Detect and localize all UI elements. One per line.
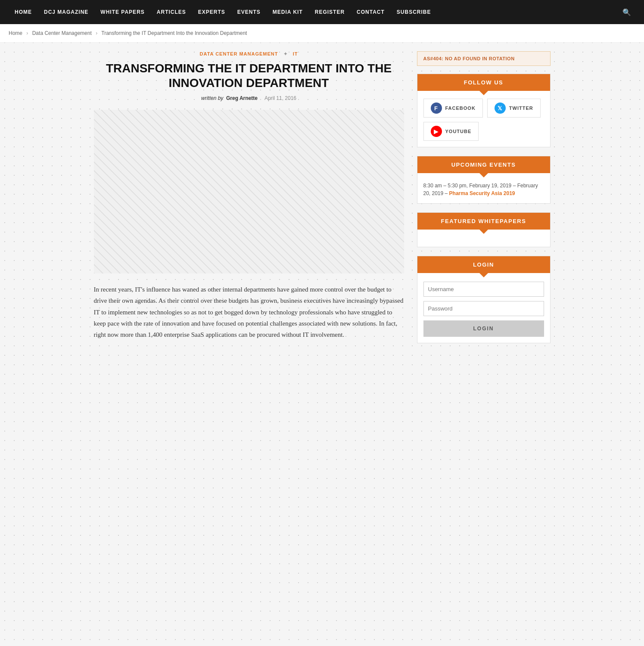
featured-whitepapers-widget: FEATURED WHITEPAPERS [417, 212, 551, 247]
article-image [94, 110, 404, 273]
main-nav: HOME DCJ MAGAZINE WHITE PAPERS ARTICLES … [0, 0, 644, 24]
nav-events[interactable]: EVENTS [231, 0, 267, 24]
breadcrumb: Home › Data Center Management › Transfor… [0, 24, 644, 43]
login-button[interactable]: LOGIN [423, 320, 544, 337]
twitter-button[interactable]: 𝕏 TWITTER [487, 99, 541, 118]
password-input[interactable] [423, 301, 544, 316]
follow-us-widget: FOLLOW US f FACEBOOK 𝕏 TWITTER ▶ YOUTUBE [417, 74, 551, 147]
username-input[interactable] [423, 282, 544, 297]
upcoming-events-widget: UPCOMING EVENTS 8:30 am – 5:30 pm, Febru… [417, 156, 551, 204]
breadcrumb-sep2: › [96, 30, 97, 36]
nav-media-kit[interactable]: MEDIA KIT [267, 0, 309, 24]
nav-white-papers[interactable]: WHITE PAPERS [94, 0, 150, 24]
youtube-icon: ▶ [431, 126, 442, 137]
article-title: TRANSFORMING THE IT DEPARTMENT INTO THE … [94, 61, 404, 90]
search-icon[interactable]: 🔍 [618, 8, 635, 16]
nav-contact[interactable]: CONTACT [351, 0, 391, 24]
twitter-icon: 𝕏 [495, 102, 506, 114]
article-body: In recent years, IT's influence has wane… [94, 284, 404, 340]
breadcrumb-current: Transforming the IT Department Into the … [101, 30, 247, 36]
upcoming-events-header: UPCOMING EVENTS [417, 156, 550, 173]
event-time: 8:30 am – 5:30 pm, February 19, 2019 – F… [423, 182, 544, 197]
breadcrumb-home[interactable]: Home [9, 30, 22, 36]
ad-notice: AS#404: NO AD FOUND IN ROTATION [417, 51, 551, 66]
facebook-label: FACEBOOK [445, 106, 476, 111]
category-link-2[interactable]: IT [293, 51, 298, 56]
facebook-button[interactable]: f FACEBOOK [423, 99, 483, 118]
nav-articles[interactable]: ARTICLES [151, 0, 192, 24]
article-categories: DATA CENTER MANAGEMENT ✦ IT [94, 51, 404, 57]
sidebar: AS#404: NO AD FOUND IN ROTATION FOLLOW U… [417, 51, 551, 352]
article-date: April 11, 2016 [264, 95, 296, 101]
login-header: LOGIN [417, 256, 550, 273]
facebook-icon: f [431, 102, 442, 114]
author-name[interactable]: Greg Arnette [226, 95, 258, 101]
nav-register[interactable]: REGISTER [309, 0, 351, 24]
youtube-button[interactable]: ▶ YOUTUBE [423, 122, 479, 141]
nav-subscribe[interactable]: SUBSCRIBE [391, 0, 437, 24]
login-widget: LOGIN LOGIN [417, 256, 551, 343]
follow-us-header: FOLLOW US [417, 74, 550, 91]
social-buttons: f FACEBOOK 𝕏 TWITTER ▶ YOUTUBE [417, 91, 550, 147]
category-separator: ✦ [283, 51, 288, 56]
article-meta: written by Greg Arnette April 11, 2016 [94, 95, 404, 101]
twitter-label: TWITTER [509, 106, 533, 111]
breadcrumb-section[interactable]: Data Center Management [32, 30, 92, 36]
nav-home[interactable]: HOME [9, 0, 38, 24]
event-link[interactable]: Pharma Security Asia 2019 [449, 190, 515, 196]
login-body: LOGIN [417, 273, 550, 343]
nav-experts[interactable]: EXPERTS [192, 0, 231, 24]
upcoming-events-body: 8:30 am – 5:30 pm, February 19, 2019 – F… [417, 173, 550, 203]
featured-whitepapers-header: FEATURED WHITEPAPERS [417, 213, 550, 230]
breadcrumb-sep1: › [26, 30, 28, 36]
youtube-label: YOUTUBE [445, 129, 472, 134]
nav-dcj-magazine[interactable]: DCJ MAGAZINE [38, 0, 94, 24]
written-by-label: written by Greg Arnette [201, 95, 259, 101]
article-paragraph-1: In recent years, IT's influence has wane… [94, 284, 404, 340]
article-column: DATA CENTER MANAGEMENT ✦ IT TRANSFORMING… [94, 51, 404, 352]
category-link-1[interactable]: DATA CENTER MANAGEMENT [200, 51, 278, 56]
